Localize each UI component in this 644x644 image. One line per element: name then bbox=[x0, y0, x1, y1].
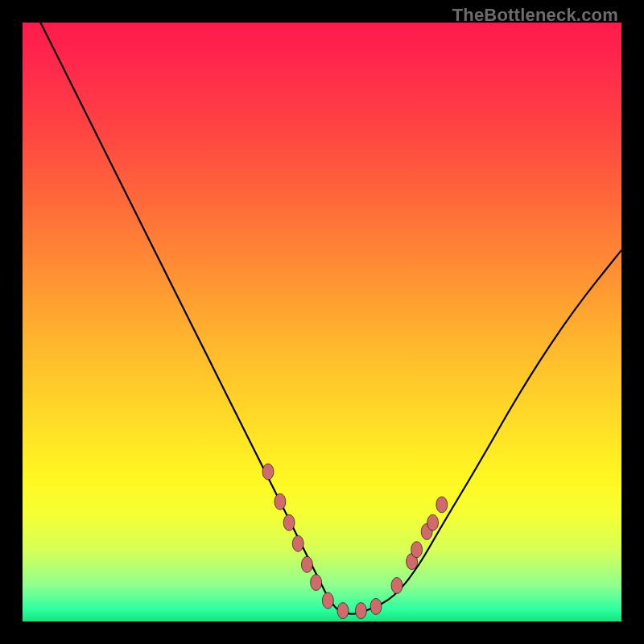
curve-marker bbox=[283, 514, 295, 530]
curve-marker bbox=[322, 592, 333, 609]
curve-marker bbox=[411, 542, 423, 558]
curve-marker bbox=[427, 514, 439, 530]
curve-marker bbox=[311, 575, 322, 591]
curve-marker bbox=[436, 497, 448, 513]
curve-markers bbox=[262, 464, 448, 619]
watermark-text: TheBottleneck.com bbox=[452, 5, 618, 26]
curve-marker bbox=[355, 603, 366, 619]
curve-marker bbox=[292, 535, 303, 551]
chart-frame: TheBottleneck.com bbox=[0, 0, 644, 644]
curve-marker bbox=[337, 603, 349, 619]
curve-marker bbox=[301, 556, 312, 572]
curve-marker bbox=[370, 598, 382, 614]
bottleneck-curve bbox=[40, 23, 621, 614]
curve-marker bbox=[391, 577, 402, 593]
curve-marker bbox=[262, 464, 274, 480]
chart-svg bbox=[23, 23, 621, 621]
curve-marker bbox=[275, 493, 286, 510]
plot-area bbox=[23, 23, 621, 621]
